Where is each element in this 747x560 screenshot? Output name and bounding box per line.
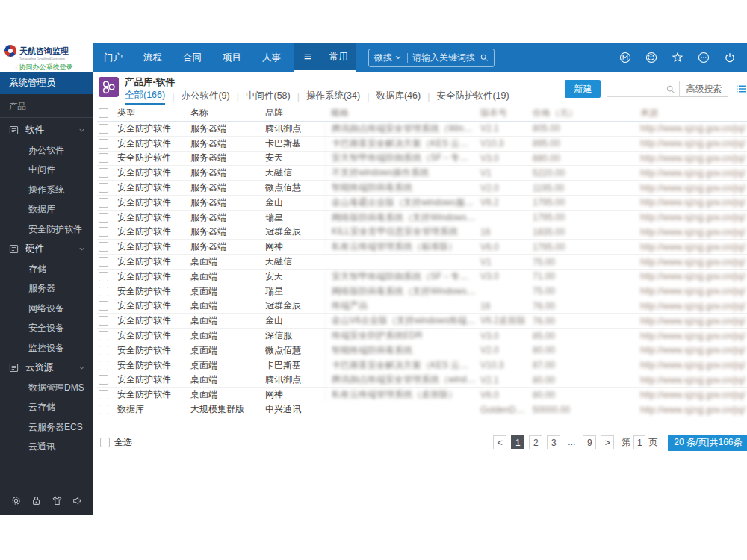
row-checkbox[interactable] bbox=[99, 272, 108, 281]
sound-icon[interactable] bbox=[72, 495, 83, 506]
page-button[interactable]: 9 bbox=[583, 435, 596, 449]
row-checkbox[interactable] bbox=[99, 198, 108, 208]
message-icon[interactable] bbox=[645, 52, 657, 63]
row-checkbox[interactable] bbox=[99, 316, 108, 326]
row-checkbox[interactable] bbox=[99, 390, 108, 399]
cell-url[interactable]: http://www.sjzsjj.gov.cn/jsj/ bbox=[640, 316, 747, 326]
row-checkbox[interactable] bbox=[99, 287, 108, 296]
sidebar-item[interactable]: 网络设备 bbox=[0, 299, 93, 319]
category-tab[interactable]: 安全防护软件(19) bbox=[436, 90, 509, 104]
page-button[interactable]: 2 bbox=[529, 435, 542, 449]
nav-menu-button[interactable] bbox=[294, 43, 321, 70]
row-checkbox[interactable] bbox=[99, 139, 108, 149]
row-checkbox[interactable] bbox=[99, 227, 108, 237]
nav-item[interactable]: 项目 bbox=[212, 52, 252, 64]
table-row[interactable]: 安全防护软件桌面端冠群金辰终端产品1676.00http://www.sjzsj… bbox=[97, 299, 747, 314]
page-button[interactable]: > bbox=[601, 435, 614, 449]
cell-url[interactable]: http://www.sjzsjj.gov.cn/jsj/ bbox=[640, 212, 747, 223]
page-button[interactable]: 3 bbox=[547, 435, 560, 449]
cell-url[interactable]: http://www.sjzsjj.gov.cn/jsj/ bbox=[640, 197, 747, 208]
select-all-checkbox[interactable] bbox=[100, 438, 110, 447]
sidebar-item[interactable]: 存储 bbox=[0, 259, 93, 279]
table-row[interactable]: 安全防护软件桌面端深信服终端安全防护系统EDRV3.085.00http://w… bbox=[97, 329, 747, 343]
nav-item[interactable]: 门户 bbox=[93, 52, 133, 64]
row-checkbox[interactable] bbox=[99, 346, 108, 355]
table-row[interactable]: 安全防护软件服务器端腾讯御点腾讯御点终端安全管理系统（Windows版）V2.1… bbox=[97, 122, 747, 137]
cell-url[interactable]: http://www.sjzsjj.gov.cn/jsj/ bbox=[640, 138, 747, 149]
table-row[interactable]: 安全防护软件服务器端金山金山毒霸企业版（支持windows服务器版）V6.217… bbox=[97, 196, 747, 211]
cell-url[interactable]: http://www.sjzsjj.gov.cn/jsj/ bbox=[640, 345, 747, 355]
sidebar-item[interactable]: 操作系统 bbox=[0, 180, 93, 200]
sidebar-item[interactable]: 服务器 bbox=[0, 279, 93, 299]
category-tab[interactable]: 全部(166) bbox=[125, 89, 165, 105]
category-tab[interactable]: 数据库(46) bbox=[376, 90, 421, 104]
sidebar-item[interactable]: 安全设备 bbox=[0, 318, 93, 338]
theme-icon[interactable] bbox=[52, 495, 63, 506]
page-current[interactable]: 1 bbox=[511, 435, 524, 449]
gear-icon[interactable] bbox=[10, 495, 22, 506]
sidebar-item[interactable]: 云服务器ECS bbox=[0, 417, 93, 438]
search-scope-dropdown[interactable]: 微搜 bbox=[374, 52, 403, 64]
more-icon[interactable] bbox=[698, 52, 710, 63]
cell-url[interactable]: http://www.sjzsjj.gov.cn/jsj/ bbox=[640, 301, 747, 311]
cell-url[interactable]: http://www.sjzsjj.gov.cn/jsj/ bbox=[640, 257, 747, 267]
sidebar-item[interactable]: 云存储 bbox=[0, 397, 93, 417]
sidebar-group[interactable]: 云资源 bbox=[0, 358, 93, 378]
table-row[interactable]: 安全防护软件桌面端天融信V175.00http://www.sjzsjj.gov… bbox=[97, 255, 747, 270]
row-checkbox[interactable] bbox=[99, 361, 108, 370]
nav-item[interactable]: 人事 bbox=[252, 52, 291, 64]
table-row[interactable]: 安全防护软件服务器端卡巴斯基卡巴斯基安全解决方案（KES 云安全支持）…V10.… bbox=[97, 137, 747, 152]
sidebar-item[interactable]: 数据管理DMS bbox=[0, 378, 93, 398]
cell-url[interactable]: http://www.sjzsjj.gov.cn/jsj/ bbox=[640, 271, 747, 281]
sidebar-item[interactable]: 数据库 bbox=[0, 199, 93, 220]
table-row[interactable]: 安全防护软件桌面端金山金山V6企业版（支持windows终端版）V6.2桌面版7… bbox=[97, 314, 747, 329]
cell-url[interactable]: http://www.sjzsjj.gov.cn/jsj/ bbox=[640, 360, 747, 370]
page-jump-input[interactable]: 1 bbox=[633, 435, 645, 449]
table-row[interactable]: 安全防护软件桌面端瑞星网络版防病毒系统（支持Windows桌面）75.00htt… bbox=[97, 284, 747, 299]
table-row[interactable]: 安全防护软件桌面端腾讯御点腾讯御点终端安全管理系统（windows）V2.1V2… bbox=[97, 373, 747, 388]
category-tab[interactable]: 中间件(58) bbox=[246, 90, 291, 104]
cell-url[interactable]: http://www.sjzsjj.gov.cn/jsj/ bbox=[640, 168, 747, 178]
table-row[interactable]: 安全防护软件桌面端网神私有云终端管理系统（桌面版）V6.080.00http:/… bbox=[97, 388, 747, 402]
row-checkbox[interactable] bbox=[99, 213, 108, 223]
role-header[interactable]: 系统管理员 bbox=[0, 72, 93, 94]
page-button[interactable]: < bbox=[493, 435, 506, 449]
sidebar-item[interactable]: 中间件 bbox=[0, 160, 93, 180]
row-checkbox[interactable] bbox=[99, 183, 108, 193]
row-checkbox[interactable] bbox=[99, 153, 108, 163]
search-icon[interactable] bbox=[480, 53, 489, 62]
global-search[interactable]: 微搜 请输入关键词搜 bbox=[368, 49, 495, 67]
lock-icon[interactable] bbox=[31, 495, 42, 506]
cell-url[interactable]: http://www.sjzsjj.gov.cn/jsj/ bbox=[640, 390, 747, 400]
row-checkbox[interactable] bbox=[99, 124, 108, 134]
row-checkbox[interactable] bbox=[99, 331, 108, 340]
nav-tab-common[interactable]: 常用 bbox=[321, 43, 356, 70]
advanced-search-button[interactable]: 高级搜索 bbox=[680, 81, 728, 97]
row-checkbox[interactable] bbox=[99, 257, 108, 267]
cell-url[interactable]: http://www.sjzsjj.gov.cn/jsj/ bbox=[640, 153, 747, 164]
cell-url[interactable]: http://www.sjzsjj.gov.cn/jsj/ bbox=[640, 405, 747, 415]
cell-url[interactable]: http://www.sjzsjj.gov.cn/jsj/ bbox=[640, 227, 747, 237]
row-checkbox[interactable] bbox=[99, 242, 108, 252]
cell-url[interactable]: http://www.sjzsjj.gov.cn/jsj/ bbox=[640, 331, 747, 341]
sidebar-item[interactable]: 办公软件 bbox=[0, 140, 93, 161]
cell-url[interactable]: http://www.sjzsjj.gov.cn/jsj/ bbox=[640, 286, 747, 296]
sidebar-group[interactable]: 软件 bbox=[0, 120, 93, 140]
category-tab[interactable]: 办公软件(9) bbox=[181, 90, 229, 104]
cell-url[interactable]: http://www.sjzsjj.gov.cn/jsj/ bbox=[640, 183, 747, 193]
sidebar-item[interactable]: 云通讯 bbox=[0, 437, 93, 457]
table-row[interactable]: 安全防护软件桌面端卡巴斯基卡巴斯基安全解决方案（KES 云安全－KS）…V10.… bbox=[97, 358, 747, 373]
table-row[interactable]: 安全防护软件桌面端微点佰慧智能终端防病毒系统V2.080.00http://ww… bbox=[97, 343, 747, 358]
cell-url[interactable]: http://www.sjzsjj.gov.cn/jsj/ bbox=[640, 375, 747, 385]
cell-url[interactable]: http://www.sjzsjj.gov.cn/jsj/ bbox=[640, 242, 747, 252]
nav-item[interactable]: 合同 bbox=[173, 52, 212, 64]
power-icon[interactable] bbox=[724, 52, 736, 63]
star-icon[interactable] bbox=[672, 52, 684, 63]
header-select-checkbox[interactable] bbox=[99, 108, 108, 118]
table-row[interactable]: 安全防护软件服务器端天融信不支持windows操作系统V15220.00http… bbox=[97, 166, 747, 181]
m-icon[interactable] bbox=[619, 52, 631, 63]
table-row[interactable]: 安全防护软件服务器端安天安天智甲终端防御系统（SF－专用版本）V3.0880.0… bbox=[97, 152, 747, 167]
row-checkbox[interactable] bbox=[99, 301, 108, 311]
sidebar-item[interactable]: 监控设备 bbox=[0, 338, 93, 358]
row-checkbox[interactable] bbox=[99, 405, 108, 414]
